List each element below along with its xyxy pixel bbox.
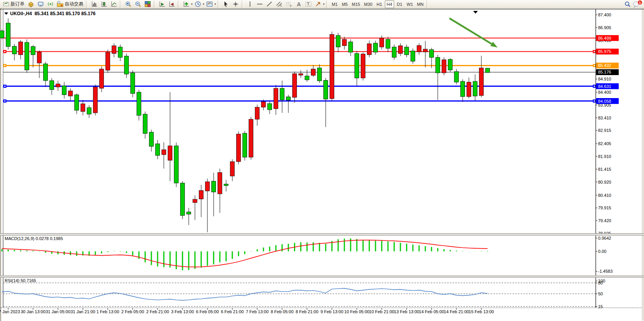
search-icon[interactable] [623,0,632,8]
candle-body [6,23,11,46]
timeframe-h4-button[interactable]: H4 [385,0,394,8]
timeframe-m30-button[interactable]: M30 [362,0,374,8]
time-axis-label: 10 Feb 05:00 [344,309,370,314]
toolbar-separator [178,1,180,8]
line-chart-button[interactable] [109,0,118,8]
candle-body [479,68,484,96]
rsi-axis-label: 15 [598,304,603,309]
candle-body [374,43,378,52]
arrows-button[interactable] [314,0,323,8]
horizontal-line-icon [256,1,263,7]
trendline-icon [266,1,273,7]
price-badge-label: 85.975 [598,49,611,54]
candle-body [0,31,4,38]
time-axis-label: 15 Feb 13:00 [469,309,494,314]
candle-body [486,68,490,72]
fibonacci-button[interactable]: F [284,0,293,8]
text-label-icon: T [305,1,312,7]
candle-body [398,46,403,54]
candle-body [193,199,197,203]
chart-shift-button[interactable] [167,0,176,8]
candle-body [268,103,272,110]
timeframe-d1-button[interactable]: D1 [395,0,404,8]
candle-body [168,146,172,160]
time-axis-label: 2 Feb 05:00 [121,309,144,314]
periods-button-dropdown-icon[interactable]: ▾ [203,2,204,6]
zoom-out-button[interactable] [133,0,142,8]
gold-cube-icon [28,1,34,7]
indicators-button[interactable] [182,0,191,8]
candle-body [430,50,434,58]
timeframe-h1-button[interactable]: H1 [375,0,384,8]
time-axis-label: 9 Feb 13:00 [321,309,344,314]
candle-body [261,102,266,107]
trendline-button[interactable] [265,0,274,8]
rsi-indicator-label: RSI(14) 50.7165 [5,278,36,283]
candle-body [423,49,428,52]
candle-body [205,182,210,191]
timeframe-m15-button[interactable]: M15 [350,0,361,8]
chart-collapse-icon[interactable] [4,12,8,15]
chart-window[interactable]: 87.40086.90586.41084.91084.40083.90583.4… [0,9,644,321]
candle-body [56,84,60,87]
candle-body [181,183,185,216]
candle-body [255,107,260,119]
candlestick-button[interactable] [100,0,109,8]
time-axis-label: 31 Jan 21:00 [70,309,95,314]
candle-body [324,80,328,99]
periods-button[interactable] [193,0,202,8]
rsi-axis-label: 80 [598,281,603,285]
candle-body [156,144,160,156]
price-chart[interactable]: 87.40086.90586.41084.91084.40083.90583.4… [0,9,644,321]
equidistant-channel-button[interactable]: E [275,0,284,8]
timeframe-w1-button[interactable]: W1 [405,0,415,8]
candle-body [224,184,228,186]
toolbar-group-scroll [157,0,177,9]
candle-body [361,54,365,78]
cursor-button[interactable] [221,0,230,8]
candle-body [212,181,216,192]
vertical-line-button[interactable] [246,0,254,8]
price-tick-label: 80.920 [598,180,611,184]
templates-button[interactable] [205,0,214,8]
price-badge-label: 85.176 [598,70,611,74]
candle-body [417,46,421,52]
new-order-button[interactable]: 新订单 [2,0,26,8]
bar-chart-button[interactable] [90,0,99,8]
vertical-line-icon [247,1,253,7]
toolbar-group-cursor [221,0,240,9]
toolbar-group-zoom [123,0,153,9]
market-watch-icon[interactable] [26,0,35,8]
horizontal-line-button[interactable] [255,0,264,8]
chat-icon[interactable]: 1 [632,0,642,8]
price-badge-label: 85.432 [598,63,611,68]
zoom-in-button[interactable] [124,0,133,8]
candle-body [149,132,154,146]
zoom-out-icon [135,1,141,7]
terminal-icon[interactable] [36,0,45,8]
terminal-icon [37,1,44,7]
candle-body [305,76,309,80]
crosshair-button[interactable] [231,0,240,8]
templates-button-dropdown-icon[interactable]: ▾ [214,2,216,6]
candle-body [31,47,35,55]
tile-windows-button[interactable] [143,0,152,8]
macd-axis-label: 0.9642 [598,236,611,240]
price-tick-label: 80.410 [598,193,611,198]
timeframe-m5-button[interactable]: M5 [340,0,349,8]
notification-badge[interactable]: 1 [637,0,642,5]
timeframe-mn-button[interactable]: MN [415,0,425,8]
new-order-icon [3,1,9,7]
candle-body [174,146,179,183]
text-button[interactable]: A [294,0,303,8]
autotrading-button[interactable]: 自动交易 [56,0,84,8]
candle-body [311,69,316,75]
price-tick-label: 81.910 [598,154,611,159]
arrows-button-dropdown-icon[interactable]: ▾ [323,2,325,6]
timeframe-m1-button[interactable]: M1 [330,0,339,8]
auto-scroll-button[interactable] [158,0,167,8]
signals-icon[interactable] [46,0,55,8]
indicators-button-dropdown-icon[interactable]: ▾ [191,2,193,6]
text-label-button[interactable]: T [304,0,313,8]
toolbar-group-objects: EFAT▾ [245,0,325,9]
